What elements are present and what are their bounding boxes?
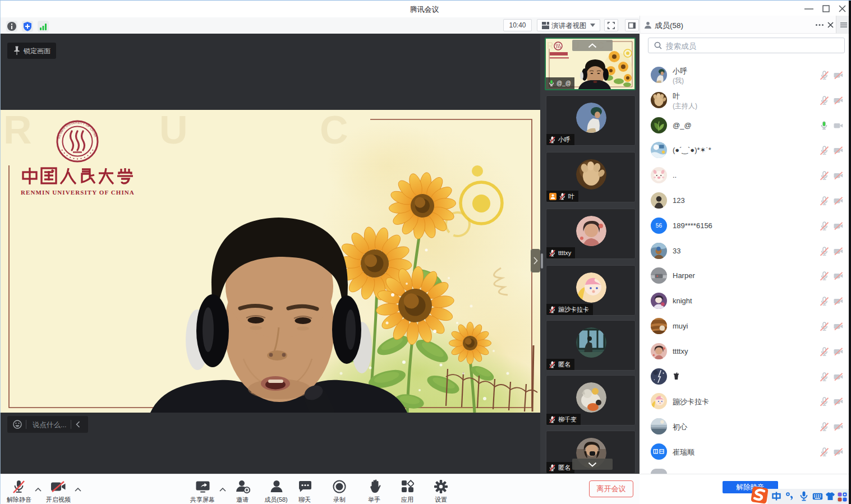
svg-text:U: U bbox=[159, 110, 188, 152]
svg-text:56: 56 bbox=[656, 223, 663, 229]
svg-text:R: R bbox=[3, 110, 32, 152]
svg-text:R: R bbox=[547, 41, 554, 50]
svg-text:RENMIN UNIVERSITY OF CHINA: RENMIN UNIVERSITY OF CHINA bbox=[21, 189, 135, 196]
